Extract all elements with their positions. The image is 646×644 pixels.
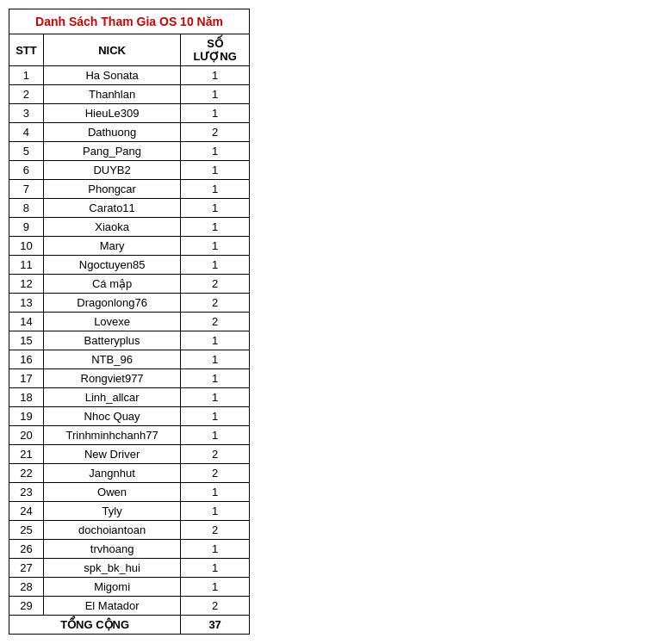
cell-nick: Lovexe [43,313,180,331]
cell-sl: 1 [181,256,250,275]
cell-stt: 9 [9,218,44,237]
cell-stt: 10 [9,237,44,256]
cell-sl: 1 [181,578,250,597]
cell-sl: 1 [181,180,250,199]
cell-stt: 28 [9,578,44,597]
table-row: 12Cá mập2 [9,275,250,294]
cell-stt: 29 [9,597,44,616]
cell-stt: 17 [9,369,44,388]
footer-total: 37 [181,616,250,635]
cell-nick: Owen [43,483,180,502]
cell-sl: 2 [181,445,250,464]
cell-sl: 1 [181,142,250,161]
table-row: 21New Driver2 [9,445,250,464]
cell-stt: 19 [9,407,44,426]
cell-sl: 2 [181,123,250,142]
table-row: 15Batteryplus1 [9,331,250,350]
cell-sl: 2 [181,521,250,540]
table-row: 29El Matador2 [9,597,250,616]
cell-sl: 2 [181,294,250,313]
cell-stt: 3 [9,104,44,123]
cell-sl: 1 [181,502,250,521]
cell-stt: 23 [9,483,44,502]
table-row: 10Mary1 [9,237,250,256]
cell-nick: dochoiantoan [43,521,180,540]
cell-sl: 1 [181,483,250,502]
cell-sl: 1 [181,237,250,256]
table-body: 1Ha Sonata12Thanhlan13HieuLe30914Dathuon… [9,66,250,616]
cell-nick: Nhoc Quay [43,407,180,426]
cell-nick: Carato11 [43,199,180,218]
table-row: 1Ha Sonata1 [9,66,250,85]
cell-nick: Thanhlan [43,85,180,104]
cell-sl: 1 [181,350,250,369]
cell-stt: 24 [9,502,44,521]
cell-sl: 2 [181,464,250,483]
cell-nick: Tyly [43,502,180,521]
cell-sl: 1 [181,161,250,180]
cell-sl: 1 [181,369,250,388]
cell-nick: Ngoctuyen85 [43,256,180,275]
table-row: 25dochoiantoan2 [9,521,250,540]
cell-stt: 27 [9,559,44,578]
footer-row: TỔNG CỘNG 37 [9,616,250,635]
cell-stt: 1 [9,66,44,85]
cell-nick: Mary [43,237,180,256]
cell-sl: 1 [181,199,250,218]
table-row: 13Dragonlong762 [9,294,250,313]
cell-sl: 1 [181,540,250,559]
table-row: 26trvhoang1 [9,540,250,559]
table-row: 27spk_bk_hui1 [9,559,250,578]
table-row: 11Ngoctuyen851 [9,256,250,275]
cell-nick: Phongcar [43,180,180,199]
cell-sl: 1 [181,66,250,85]
table-row: 19Nhoc Quay1 [9,407,250,426]
cell-nick: HieuLe309 [43,104,180,123]
cell-stt: 4 [9,123,44,142]
table-row: 23Owen1 [9,483,250,502]
table-row: 16NTB_961 [9,350,250,369]
cell-sl: 1 [181,85,250,104]
table-row: 20Trinhminhchanh771 [9,426,250,445]
cell-stt: 20 [9,426,44,445]
cell-nick: New Driver [43,445,180,464]
cell-nick: Linh_allcar [43,388,180,407]
cell-nick: DUYB2 [43,161,180,180]
table-row: 6DUYB21 [9,161,250,180]
cell-sl: 1 [181,388,250,407]
cell-nick: Rongviet977 [43,369,180,388]
cell-stt: 11 [9,256,44,275]
cell-nick: Batteryplus [43,331,180,350]
cell-sl: 2 [181,313,250,331]
cell-stt: 18 [9,388,44,407]
cell-nick: Dragonlong76 [43,294,180,313]
cell-stt: 22 [9,464,44,483]
col-header-stt: STT [9,34,44,66]
cell-sl: 2 [181,275,250,294]
cell-stt: 6 [9,161,44,180]
cell-nick: Ha Sonata [43,66,180,85]
table-row: 8Carato111 [9,199,250,218]
cell-sl: 1 [181,218,250,237]
cell-nick: NTB_96 [43,350,180,369]
table-title: Danh Sách Tham Gia OS 10 Năm [9,9,250,34]
cell-nick: Pang_Pang [43,142,180,161]
table-footer: TỔNG CỘNG 37 [9,616,250,635]
table-row: 3HieuLe3091 [9,104,250,123]
table-row: 28Migomi1 [9,578,250,597]
cell-sl: 1 [181,426,250,445]
table-row: 4Dathuong2 [9,123,250,142]
table-row: 18Linh_allcar1 [9,388,250,407]
table-row: 24Tyly1 [9,502,250,521]
cell-sl: 2 [181,597,250,616]
cell-stt: 12 [9,275,44,294]
cell-stt: 7 [9,180,44,199]
cell-nick: Jangnhut [43,464,180,483]
cell-stt: 16 [9,350,44,369]
cell-stt: 8 [9,199,44,218]
cell-nick: Migomi [43,578,180,597]
cell-stt: 2 [9,85,44,104]
footer-label: TỔNG CỘNG [9,616,181,635]
cell-nick: Cá mập [43,275,180,294]
cell-nick: El Matador [43,597,180,616]
